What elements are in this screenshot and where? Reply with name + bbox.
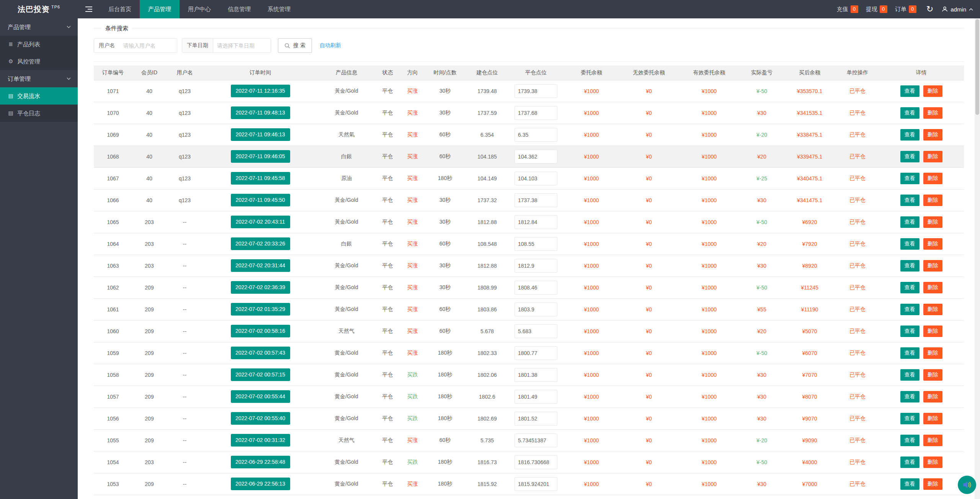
close-point-input[interactable] [514, 346, 557, 360]
nav-item[interactable]: 系统管理 [259, 0, 299, 18]
view-button[interactable]: 查看 [900, 260, 920, 272]
close-point-input[interactable] [514, 237, 557, 251]
close-point-input[interactable] [514, 368, 557, 382]
order-time-button[interactable]: 2022-07-11 09:48:13 [231, 106, 290, 119]
view-button[interactable]: 查看 [900, 456, 920, 468]
close-point-input[interactable] [514, 259, 557, 273]
nav-item[interactable]: 信息管理 [219, 0, 259, 18]
view-button[interactable]: 查看 [900, 304, 920, 315]
view-button[interactable]: 查看 [900, 282, 920, 293]
view-button[interactable]: 查看 [900, 435, 920, 446]
order-time-button[interactable]: 2022-07-02 00:55:44 [231, 390, 290, 403]
delete-button[interactable]: 删除 [923, 85, 942, 97]
delete-button[interactable]: 删除 [923, 195, 942, 206]
nav-item[interactable]: 用户中心 [180, 0, 219, 18]
view-button[interactable]: 查看 [900, 216, 920, 228]
delete-button[interactable]: 删除 [923, 151, 942, 162]
close-point-input[interactable] [514, 412, 557, 425]
order-time-button[interactable]: 2022-07-11 09:46:05 [231, 150, 290, 163]
vertical-scrollbar[interactable] [975, 18, 980, 499]
delete-button[interactable]: 删除 [923, 173, 942, 184]
delete-button[interactable]: 删除 [923, 456, 942, 468]
order-date-input[interactable] [213, 39, 271, 52]
sidebar-group[interactable]: 订单管理 [0, 70, 78, 87]
refresh-icon[interactable]: ↻ [926, 0, 933, 18]
order-time-button[interactable]: 2022-06-29 22:56:13 [231, 478, 290, 490]
delete-button[interactable]: 删除 [923, 391, 942, 402]
close-point-input[interactable] [514, 106, 557, 120]
delete-button[interactable]: 删除 [923, 478, 942, 490]
delete-button[interactable]: 删除 [923, 216, 942, 228]
sound-notification-button[interactable] [958, 476, 976, 494]
auto-refresh-link[interactable]: 自动刷新 [320, 42, 341, 49]
view-button[interactable]: 查看 [900, 347, 920, 359]
close-point-input[interactable] [514, 324, 557, 338]
username-input[interactable] [119, 39, 177, 52]
view-button[interactable]: 查看 [900, 129, 920, 141]
order-time-button[interactable]: 2022-07-02 00:58:16 [231, 325, 290, 337]
scrollbar-thumb[interactable] [975, 19, 979, 115]
order-time-button[interactable]: 2022-07-11 12:16:35 [231, 85, 290, 97]
delete-button[interactable]: 删除 [923, 238, 942, 250]
header-stat[interactable]: 提现0 [866, 5, 887, 13]
delete-button[interactable]: 删除 [923, 369, 942, 381]
sidebar-group[interactable]: 产品管理 [0, 18, 78, 36]
order-time-button[interactable]: 2022-07-11 09:45:58 [231, 172, 290, 185]
delete-button[interactable]: 删除 [923, 260, 942, 272]
search-button[interactable]: 搜 索 [278, 38, 312, 53]
order-time-button[interactable]: 2022-06-29 22:58:48 [231, 456, 290, 468]
order-time-button[interactable]: 2022-07-02 00:57:15 [231, 368, 290, 381]
close-point-input[interactable] [514, 84, 557, 98]
order-time-button[interactable]: 2022-07-02 01:35:29 [231, 303, 290, 316]
sidebar-item[interactable]: ≣产品列表 [0, 36, 78, 53]
delete-button[interactable]: 删除 [923, 107, 942, 119]
delete-button[interactable]: 删除 [923, 435, 942, 446]
order-time-button[interactable]: 2022-07-02 20:43:11 [231, 216, 290, 228]
sidebar-item[interactable]: ▤平仓日志 [0, 105, 78, 122]
view-button[interactable]: 查看 [900, 478, 920, 490]
view-button[interactable]: 查看 [900, 326, 920, 337]
delete-button[interactable]: 删除 [923, 347, 942, 359]
delete-button[interactable]: 删除 [923, 326, 942, 337]
view-button[interactable]: 查看 [900, 369, 920, 381]
close-point-input[interactable] [514, 193, 557, 207]
nav-item[interactable]: 产品管理 [140, 0, 180, 18]
order-time-button[interactable]: 2022-07-02 00:55:40 [231, 412, 290, 425]
delete-button[interactable]: 删除 [923, 304, 942, 315]
header-stat[interactable]: 订单0 [895, 5, 916, 13]
close-point-input[interactable] [514, 281, 557, 294]
view-button[interactable]: 查看 [900, 107, 920, 119]
view-button[interactable]: 查看 [900, 151, 920, 162]
close-point-input[interactable] [514, 477, 557, 491]
close-point-input[interactable] [514, 434, 557, 447]
close-point-input[interactable] [514, 172, 557, 185]
delete-button[interactable]: 删除 [923, 129, 942, 141]
header-stat[interactable]: 充值0 [837, 5, 858, 13]
order-time-button[interactable]: 2022-07-11 09:45:50 [231, 194, 290, 206]
close-point-input[interactable] [514, 215, 557, 229]
delete-button[interactable]: 删除 [923, 413, 942, 424]
sidebar-item[interactable]: ▤交易流水 [0, 87, 78, 105]
close-point-input[interactable] [514, 128, 557, 142]
delete-button[interactable]: 删除 [923, 282, 942, 293]
user-menu[interactable]: admin [942, 6, 973, 13]
close-point-input[interactable] [514, 150, 557, 164]
view-button[interactable]: 查看 [900, 238, 920, 250]
close-point-input[interactable] [514, 303, 557, 316]
nav-item[interactable]: 后台首页 [100, 0, 140, 18]
close-point-input[interactable] [514, 390, 557, 404]
menu-toggle-icon[interactable] [78, 0, 100, 18]
close-point-input[interactable] [514, 455, 557, 469]
view-button[interactable]: 查看 [900, 413, 920, 424]
view-button[interactable]: 查看 [900, 85, 920, 97]
view-button[interactable]: 查看 [900, 195, 920, 206]
order-time-button[interactable]: 2022-07-02 00:57:43 [231, 347, 290, 359]
view-button[interactable]: 查看 [900, 173, 920, 184]
order-time-button[interactable]: 2022-07-02 20:31:44 [231, 259, 290, 272]
order-time-button[interactable]: 2022-07-02 20:33:26 [231, 237, 290, 250]
view-button[interactable]: 查看 [900, 391, 920, 402]
order-time-button[interactable]: 2022-07-11 09:46:13 [231, 128, 290, 141]
order-time-button[interactable]: 2022-07-02 02:36:39 [231, 281, 290, 294]
sidebar-item[interactable]: ⚙风控管理 [0, 53, 78, 70]
order-time-button[interactable]: 2022-07-02 00:31:32 [231, 434, 290, 447]
